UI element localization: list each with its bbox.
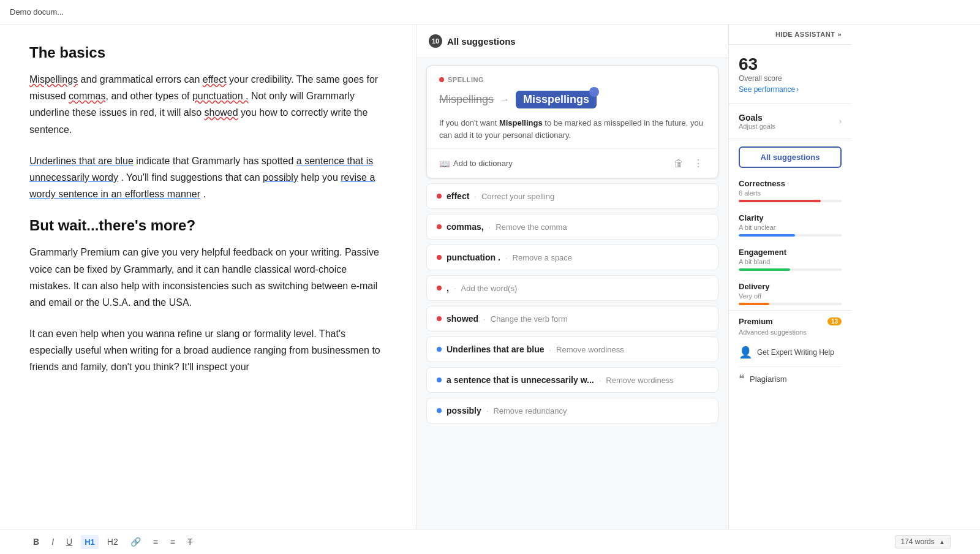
delivery-section: Delivery Very off xyxy=(729,276,851,310)
suggestion-item[interactable]: Underlines that are blue · Remove wordin… xyxy=(426,336,718,362)
editor-toolbar: B I U H1 H2 🔗 ≡ ≡ T 174 words ▲ xyxy=(0,529,980,554)
clarity-bar-track xyxy=(739,234,842,237)
suggestion-word: a sentence that is unnecessarily w... xyxy=(447,375,594,385)
suggestion-desc: Change the verb form xyxy=(491,314,568,324)
paragraph-basics: Mispellings and grammatical errors can e… xyxy=(29,71,386,138)
word-count-display[interactable]: 174 words ▲ xyxy=(895,535,951,548)
plagiarism-label: Plagiarism xyxy=(750,374,787,384)
original-word: Mispellings xyxy=(439,93,494,106)
plagiarism-row[interactable]: ❝ Plagiarism xyxy=(739,370,842,388)
suggestion-word: showed xyxy=(447,314,478,324)
editor-area: The basics Mispellings and grammatical e… xyxy=(0,25,417,529)
premium-header: Premium 13 xyxy=(739,317,842,326)
goals-section[interactable]: Goals Adjust goals › xyxy=(729,104,851,139)
goals-subtitle: Adjust goals xyxy=(739,123,775,130)
suggestion-item[interactable]: commas, · Remove the comma xyxy=(426,214,718,240)
suggestion-desc: Remove the comma xyxy=(496,222,567,232)
delivery-bar-fill xyxy=(739,303,769,305)
expert-title: Get Expert Writing Help xyxy=(757,348,834,357)
engagement-section: Engagement A bit bland xyxy=(729,241,851,276)
dict-icon: 📖 xyxy=(439,159,450,169)
clarity-bar-fill xyxy=(739,234,795,237)
cursor-indicator xyxy=(589,87,599,97)
engagement-label: Engagement xyxy=(739,248,842,257)
misspelling-mispellings[interactable]: Mispellings xyxy=(29,74,78,85)
dot-red xyxy=(437,224,442,229)
h2-button[interactable]: H2 xyxy=(104,534,122,549)
unordered-list-icon: ≡ xyxy=(170,537,175,547)
suggestion-item[interactable]: effect · Correct your spelling xyxy=(426,183,718,209)
paragraph-premium: Grammarly Premium can give you very help… xyxy=(29,244,386,311)
suggestion-desc: Remove wordiness xyxy=(556,345,624,354)
delivery-label: Delivery xyxy=(739,282,842,291)
suggestion-item[interactable]: punctuation . · Remove a space xyxy=(426,245,718,270)
card-actions: 📖 Add to dictionary 🗑 ⋮ xyxy=(427,148,718,178)
clarity-sublabel: A bit unclear xyxy=(739,224,842,231)
hide-assistant-button[interactable]: HIDE ASSISTANT » xyxy=(729,25,851,45)
expert-help-row[interactable]: 👤 Get Expert Writing Help xyxy=(739,341,842,364)
italic-button[interactable]: I xyxy=(48,534,58,549)
clear-format-button[interactable]: T xyxy=(184,534,197,549)
ordered-list-button[interactable]: ≡ xyxy=(149,534,162,549)
paragraph-underlines: Underlines that are blue indicate that G… xyxy=(29,153,386,203)
document-title: Demo docum... xyxy=(10,7,64,17)
clarity-underlines-that-are-blue[interactable]: Underlines that are blue xyxy=(29,156,134,166)
clarity-possibly[interactable]: possibly xyxy=(263,172,298,183)
unordered-list-button[interactable]: ≡ xyxy=(167,534,179,549)
clarity-section: Clarity A bit unclear xyxy=(729,207,851,241)
paragraph-slang: It can even help when you wanna refine u… xyxy=(29,325,386,376)
card-top: SPELLING Mispellings → Misspellings If y… xyxy=(427,66,718,148)
link-button[interactable]: 🔗 xyxy=(127,534,145,549)
suggestion-item[interactable]: a sentence that is unnecessarily w... · … xyxy=(426,367,718,393)
premium-sublabel: Advanced suggestions xyxy=(739,328,842,336)
delivery-sublabel: Very off xyxy=(739,292,842,300)
suggestion-desc: Remove a space xyxy=(513,253,573,262)
error-effect[interactable]: effect xyxy=(203,74,227,85)
error-commas[interactable]: commas, xyxy=(69,91,108,101)
expanded-suggestion-card: SPELLING Mispellings → Misspellings If y… xyxy=(426,66,718,178)
suggestion-word: possibly xyxy=(447,406,481,416)
suggestion-desc: Correct your spelling xyxy=(481,192,554,201)
spelling-correction: Mispellings → Misspellings xyxy=(439,91,706,108)
dot-red xyxy=(437,316,442,321)
error-punctuation[interactable]: punctuation . xyxy=(192,91,249,101)
correctness-sublabel: 6 alerts xyxy=(739,189,842,197)
add-to-dictionary-button[interactable]: 📖 Add to dictionary xyxy=(439,156,513,171)
suggestion-desc: Add the word(s) xyxy=(461,284,518,293)
chevron-right-icon: › xyxy=(839,117,842,126)
suggestions-list: SPELLING Mispellings → Misspellings If y… xyxy=(417,58,728,529)
ordered-list-icon: ≡ xyxy=(153,537,158,547)
heading-basics: The basics xyxy=(29,44,386,61)
delivery-bar-track xyxy=(739,303,842,305)
see-performance-link[interactable]: See performance › xyxy=(739,85,842,94)
corrected-word[interactable]: Misspellings xyxy=(516,91,597,108)
delete-suggestion-button[interactable]: 🗑 xyxy=(671,155,686,172)
correctness-bar-fill xyxy=(739,200,821,202)
suggestion-item[interactable]: possibly · Remove redundancy xyxy=(426,398,718,423)
correctness-section: Correctness 6 alerts xyxy=(729,173,851,207)
all-suggestions-button[interactable]: All suggestions xyxy=(739,146,842,168)
arrow-right: → xyxy=(500,94,510,105)
card-description: If you don't want Mispellings to be mark… xyxy=(439,117,706,141)
suggestions-panel: 10 All suggestions SPELLING Mispellings … xyxy=(417,25,729,529)
correctness-label: Correctness xyxy=(739,179,842,188)
dot-red xyxy=(437,194,442,199)
error-showed[interactable]: showed xyxy=(204,107,238,118)
dot-red xyxy=(437,255,442,260)
engagement-bar-fill xyxy=(739,268,790,271)
suggestion-item[interactable]: , · Add the word(s) xyxy=(426,275,718,301)
dot-blue xyxy=(437,378,442,382)
score-label: Overall score xyxy=(739,74,842,83)
bold-button[interactable]: B xyxy=(29,534,43,549)
h1-button[interactable]: H1 xyxy=(81,535,99,549)
engagement-sublabel: A bit bland xyxy=(739,258,842,265)
overall-score: 63 xyxy=(739,55,842,74)
underline-button[interactable]: U xyxy=(62,534,76,549)
suggestion-word: effect xyxy=(447,191,469,201)
clear-format-icon: T xyxy=(187,537,193,547)
more-options-button[interactable]: ⋮ xyxy=(691,155,706,172)
premium-label: Premium xyxy=(739,317,773,326)
clarity-label: Clarity xyxy=(739,213,842,222)
score-section: 63 Overall score See performance › xyxy=(729,45,851,104)
suggestion-item[interactable]: showed · Change the verb form xyxy=(426,306,718,332)
